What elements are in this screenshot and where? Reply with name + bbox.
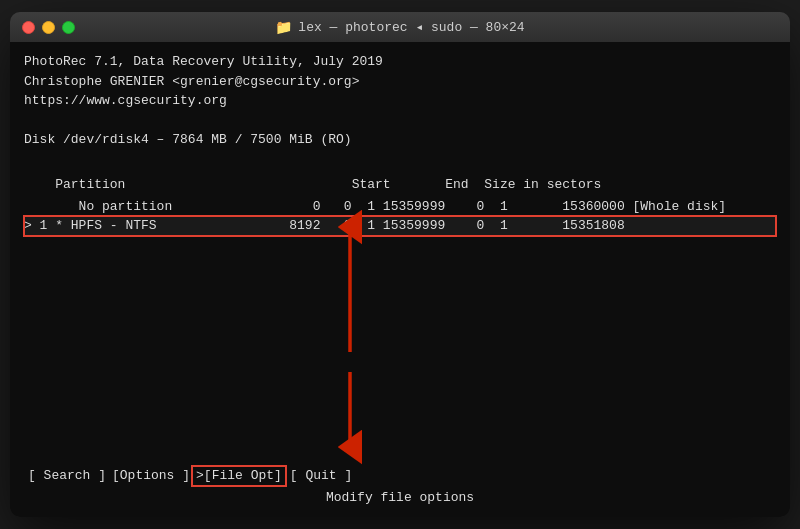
terminal-window: 📁 lex — photorec ◂ sudo — 80×24 PhotoRec… xyxy=(10,12,790,517)
search-button[interactable]: [ Search ] xyxy=(24,466,110,486)
folder-icon: 📁 xyxy=(275,19,292,36)
traffic-lights xyxy=(22,21,75,34)
line2: Christophe GRENIER <grenier@cgsecurity.o… xyxy=(24,72,776,92)
line3: https://www.cgsecurity.org xyxy=(24,91,776,111)
terminal-body: PhotoRec 7.1, Data Recovery Utility, Jul… xyxy=(10,42,790,517)
line6 xyxy=(24,150,776,170)
minimize-button[interactable] xyxy=(42,21,55,34)
titlebar: 📁 lex — photorec ◂ sudo — 80×24 xyxy=(10,12,790,42)
close-button[interactable] xyxy=(22,21,35,34)
partition-row-selected[interactable]: > 1 * HPFS - NTFS 8192 0 1 15359999 0 1 … xyxy=(24,216,776,236)
line4 xyxy=(24,111,776,131)
spacer xyxy=(24,236,776,461)
titlebar-title: 📁 lex — photorec ◂ sudo — 80×24 xyxy=(275,19,524,36)
bottom-menu: [ Search ] [Options ] >[File Opt] [ Quit… xyxy=(24,460,776,486)
partition-header: Partition Start End Size in sectors xyxy=(24,175,776,195)
partition-table: Partition Start End Size in sectors No p… xyxy=(24,175,776,236)
file-opt-button[interactable]: >[File Opt] xyxy=(192,466,286,486)
line1: PhotoRec 7.1, Data Recovery Utility, Jul… xyxy=(24,52,776,72)
line5: Disk /dev/rdisk4 – 7864 MB / 7500 MiB (R… xyxy=(24,130,776,150)
modify-text: Modify file options xyxy=(24,488,776,508)
options-button[interactable]: [Options ] xyxy=(110,466,192,486)
maximize-button[interactable] xyxy=(62,21,75,34)
partition-row-nopart: No partition 0 0 1 15359999 0 1 15360000… xyxy=(24,197,776,217)
quit-button[interactable]: [ Quit ] xyxy=(286,466,356,486)
title-text: lex — photorec ◂ sudo — 80×24 xyxy=(298,19,524,35)
